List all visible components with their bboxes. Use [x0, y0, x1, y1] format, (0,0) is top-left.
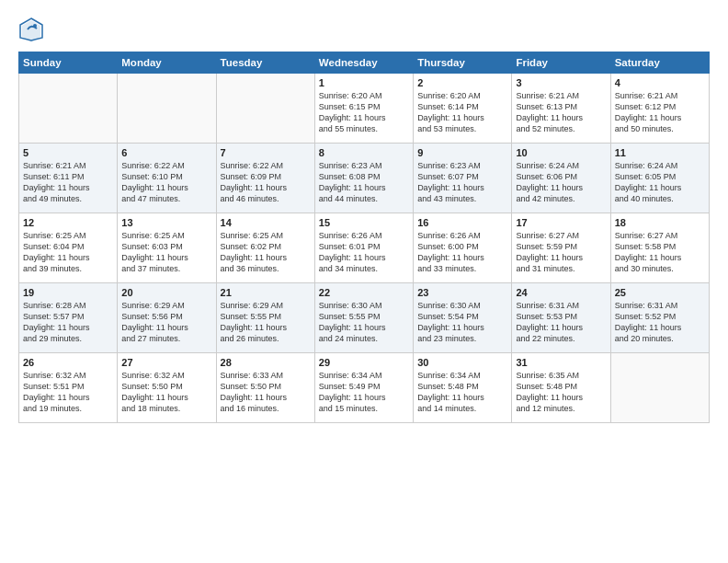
day-info: Sunrise: 6:24 AM Sunset: 6:05 PM Dayligh… — [615, 160, 705, 205]
day-info: Sunrise: 6:24 AM Sunset: 6:06 PM Dayligh… — [516, 160, 606, 205]
day-info: Sunrise: 6:22 AM Sunset: 6:09 PM Dayligh… — [221, 160, 311, 205]
calendar-cell: 6Sunrise: 6:22 AM Sunset: 6:10 PM Daylig… — [118, 144, 216, 213]
day-number: 28 — [221, 357, 311, 368]
logo-icon — [18, 17, 44, 42]
calendar-cell: 9Sunrise: 6:23 AM Sunset: 6:07 PM Daylig… — [414, 144, 512, 213]
day-number: 5 — [23, 147, 113, 158]
svg-point-2 — [33, 24, 37, 28]
calendar-cell — [19, 74, 118, 144]
calendar-header-tuesday: Tuesday — [216, 52, 314, 74]
day-info: Sunrise: 6:27 AM Sunset: 5:58 PM Dayligh… — [615, 230, 705, 275]
calendar-cell: 18Sunrise: 6:27 AM Sunset: 5:58 PM Dayli… — [610, 213, 709, 283]
day-number: 14 — [221, 217, 311, 228]
calendar-cell: 11Sunrise: 6:24 AM Sunset: 6:05 PM Dayli… — [610, 144, 709, 213]
calendar-week-row: 19Sunrise: 6:28 AM Sunset: 5:57 PM Dayli… — [19, 283, 710, 353]
calendar-cell: 30Sunrise: 6:34 AM Sunset: 5:48 PM Dayli… — [414, 353, 512, 423]
day-number: 18 — [615, 217, 705, 228]
calendar-cell: 16Sunrise: 6:26 AM Sunset: 6:00 PM Dayli… — [414, 213, 512, 283]
calendar-cell: 26Sunrise: 6:32 AM Sunset: 5:51 PM Dayli… — [19, 353, 118, 423]
day-number: 24 — [516, 287, 606, 298]
day-info: Sunrise: 6:35 AM Sunset: 5:48 PM Dayligh… — [516, 370, 606, 415]
calendar-header-sunday: Sunday — [19, 52, 118, 74]
day-number: 19 — [23, 287, 113, 298]
calendar-cell: 1Sunrise: 6:20 AM Sunset: 6:15 PM Daylig… — [314, 74, 413, 144]
calendar-header-saturday: Saturday — [610, 52, 709, 74]
day-info: Sunrise: 6:20 AM Sunset: 6:15 PM Dayligh… — [319, 90, 409, 135]
day-number: 17 — [516, 217, 606, 228]
day-number: 29 — [319, 357, 409, 368]
day-info: Sunrise: 6:33 AM Sunset: 5:50 PM Dayligh… — [221, 370, 311, 415]
day-info: Sunrise: 6:31 AM Sunset: 5:53 PM Dayligh… — [516, 300, 606, 345]
day-number: 2 — [417, 77, 507, 88]
calendar-week-row: 5Sunrise: 6:21 AM Sunset: 6:11 PM Daylig… — [19, 144, 710, 213]
day-info: Sunrise: 6:25 AM Sunset: 6:02 PM Dayligh… — [221, 230, 311, 275]
day-number: 22 — [319, 287, 409, 298]
day-info: Sunrise: 6:29 AM Sunset: 5:56 PM Dayligh… — [121, 300, 211, 345]
calendar-cell — [610, 353, 709, 423]
calendar-cell: 21Sunrise: 6:29 AM Sunset: 5:55 PM Dayli… — [216, 283, 314, 353]
day-info: Sunrise: 6:21 AM Sunset: 6:13 PM Dayligh… — [516, 90, 606, 135]
day-number: 31 — [516, 357, 606, 368]
day-info: Sunrise: 6:23 AM Sunset: 6:08 PM Dayligh… — [319, 160, 409, 205]
calendar-cell: 8Sunrise: 6:23 AM Sunset: 6:08 PM Daylig… — [314, 144, 413, 213]
day-number: 20 — [121, 287, 211, 298]
calendar-cell: 2Sunrise: 6:20 AM Sunset: 6:14 PM Daylig… — [414, 74, 512, 144]
day-info: Sunrise: 6:20 AM Sunset: 6:14 PM Dayligh… — [417, 90, 507, 135]
day-number: 9 — [417, 147, 507, 158]
calendar-header-thursday: Thursday — [414, 52, 512, 74]
calendar-cell: 19Sunrise: 6:28 AM Sunset: 5:57 PM Dayli… — [19, 283, 118, 353]
day-number: 6 — [121, 147, 211, 158]
day-info: Sunrise: 6:21 AM Sunset: 6:12 PM Dayligh… — [615, 90, 705, 135]
day-info: Sunrise: 6:25 AM Sunset: 6:03 PM Dayligh… — [121, 230, 211, 275]
day-number: 27 — [121, 357, 211, 368]
calendar-cell: 29Sunrise: 6:34 AM Sunset: 5:49 PM Dayli… — [314, 353, 413, 423]
calendar-cell: 13Sunrise: 6:25 AM Sunset: 6:03 PM Dayli… — [118, 213, 216, 283]
calendar-table: SundayMondayTuesdayWednesdayThursdayFrid… — [18, 52, 710, 423]
day-info: Sunrise: 6:23 AM Sunset: 6:07 PM Dayligh… — [417, 160, 507, 205]
day-info: Sunrise: 6:34 AM Sunset: 5:48 PM Dayligh… — [417, 370, 507, 415]
calendar-week-row: 1Sunrise: 6:20 AM Sunset: 6:15 PM Daylig… — [19, 74, 710, 144]
calendar-cell: 31Sunrise: 6:35 AM Sunset: 5:48 PM Dayli… — [512, 353, 610, 423]
day-info: Sunrise: 6:21 AM Sunset: 6:11 PM Dayligh… — [23, 160, 113, 205]
day-info: Sunrise: 6:22 AM Sunset: 6:10 PM Dayligh… — [121, 160, 211, 205]
day-info: Sunrise: 6:26 AM Sunset: 6:01 PM Dayligh… — [319, 230, 409, 275]
calendar-cell: 4Sunrise: 6:21 AM Sunset: 6:12 PM Daylig… — [610, 74, 709, 144]
calendar-cell: 25Sunrise: 6:31 AM Sunset: 5:52 PM Dayli… — [610, 283, 709, 353]
calendar-cell: 5Sunrise: 6:21 AM Sunset: 6:11 PM Daylig… — [19, 144, 118, 213]
calendar-header-friday: Friday — [512, 52, 610, 74]
day-info: Sunrise: 6:25 AM Sunset: 6:04 PM Dayligh… — [23, 230, 113, 275]
day-info: Sunrise: 6:31 AM Sunset: 5:52 PM Dayligh… — [615, 300, 705, 345]
day-number: 8 — [319, 147, 409, 158]
calendar-cell — [118, 74, 216, 144]
day-info: Sunrise: 6:29 AM Sunset: 5:55 PM Dayligh… — [221, 300, 311, 345]
day-number: 1 — [319, 77, 409, 88]
day-number: 7 — [221, 147, 311, 158]
day-number: 3 — [516, 77, 606, 88]
calendar-cell: 17Sunrise: 6:27 AM Sunset: 5:59 PM Dayli… — [512, 213, 610, 283]
day-info: Sunrise: 6:30 AM Sunset: 5:55 PM Dayligh… — [319, 300, 409, 345]
page: SundayMondayTuesdayWednesdayThursdayFrid… — [0, 0, 728, 563]
calendar-cell: 22Sunrise: 6:30 AM Sunset: 5:55 PM Dayli… — [314, 283, 413, 353]
calendar-header-row: SundayMondayTuesdayWednesdayThursdayFrid… — [19, 52, 710, 74]
header — [18, 17, 710, 42]
calendar-cell: 20Sunrise: 6:29 AM Sunset: 5:56 PM Dayli… — [118, 283, 216, 353]
calendar-cell: 27Sunrise: 6:32 AM Sunset: 5:50 PM Dayli… — [118, 353, 216, 423]
day-number: 23 — [417, 287, 507, 298]
day-info: Sunrise: 6:26 AM Sunset: 6:00 PM Dayligh… — [417, 230, 507, 275]
calendar-cell: 24Sunrise: 6:31 AM Sunset: 5:53 PM Dayli… — [512, 283, 610, 353]
day-info: Sunrise: 6:32 AM Sunset: 5:50 PM Dayligh… — [121, 370, 211, 415]
day-number: 15 — [319, 217, 409, 228]
day-number: 12 — [23, 217, 113, 228]
day-number: 30 — [417, 357, 507, 368]
calendar-week-row: 26Sunrise: 6:32 AM Sunset: 5:51 PM Dayli… — [19, 353, 710, 423]
calendar-cell: 7Sunrise: 6:22 AM Sunset: 6:09 PM Daylig… — [216, 144, 314, 213]
calendar-cell: 28Sunrise: 6:33 AM Sunset: 5:50 PM Dayli… — [216, 353, 314, 423]
calendar-header-wednesday: Wednesday — [314, 52, 413, 74]
calendar-header-monday: Monday — [118, 52, 216, 74]
calendar-cell: 3Sunrise: 6:21 AM Sunset: 6:13 PM Daylig… — [512, 74, 610, 144]
day-info: Sunrise: 6:28 AM Sunset: 5:57 PM Dayligh… — [23, 300, 113, 345]
calendar-cell: 23Sunrise: 6:30 AM Sunset: 5:54 PM Dayli… — [414, 283, 512, 353]
day-info: Sunrise: 6:34 AM Sunset: 5:49 PM Dayligh… — [319, 370, 409, 415]
day-number: 11 — [615, 147, 705, 158]
day-info: Sunrise: 6:27 AM Sunset: 5:59 PM Dayligh… — [516, 230, 606, 275]
